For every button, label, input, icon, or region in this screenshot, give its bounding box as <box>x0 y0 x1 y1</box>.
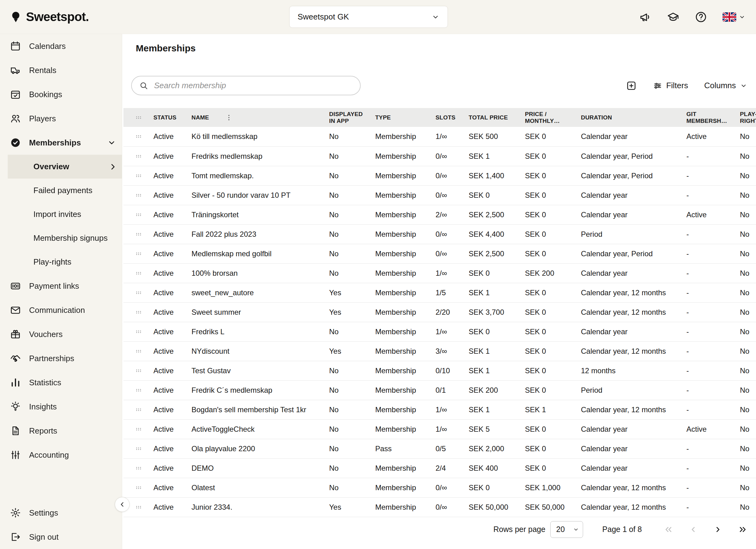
drag-handle[interactable] <box>123 303 153 322</box>
sidebar-item-reports[interactable]: Reports <box>0 419 122 443</box>
drag-handle[interactable] <box>123 224 153 244</box>
table-row[interactable]: ActiveJunior 2334.YesMembership0/∞SEK 50… <box>123 497 756 517</box>
drag-handle[interactable] <box>123 419 153 439</box>
drag-handle[interactable] <box>123 478 153 497</box>
cell-slots: 0/∞ <box>436 497 469 517</box>
brand-logo[interactable]: Sweetspot. <box>0 10 89 24</box>
table-row[interactable]: ActiveSweet summerYesMembership2/20SEK 3… <box>123 303 756 322</box>
sidebar-item-payment-links[interactable]: Payment links <box>0 274 122 298</box>
columns-button[interactable]: Columns <box>704 81 747 90</box>
sidebar-item-statistics[interactable]: Statistics <box>0 371 122 395</box>
drag-handle[interactable] <box>123 185 153 205</box>
drag-handle[interactable] <box>123 263 153 283</box>
cell-type: Membership <box>375 361 436 380</box>
drag-handle[interactable] <box>123 127 153 146</box>
sidebar-item-insights[interactable]: Insights <box>0 395 122 419</box>
drag-handle[interactable] <box>123 244 153 263</box>
table-row[interactable]: Activesweet_new_autoreYesMembership1/5SE… <box>123 283 756 303</box>
drag-handle[interactable] <box>123 341 153 361</box>
last-page-button[interactable] <box>738 525 748 534</box>
sidebar-item-settings[interactable]: Settings <box>0 501 122 525</box>
table-row[interactable]: ActiveFredrik C´s medlemskapNoMembership… <box>123 380 756 400</box>
table-row[interactable]: ActiveNYdiscountYesMembership3/∞SEK 1SEK… <box>123 341 756 361</box>
pagination-bar: Rows per page 20 Page 1 of 8 <box>122 517 756 542</box>
column-menu-icon[interactable] <box>225 113 233 122</box>
announcements-icon[interactable] <box>639 11 651 23</box>
table-row[interactable]: ActiveTest GustavNoMembership0/10SEK 1SE… <box>123 361 756 380</box>
cell-type: Membership <box>375 224 436 244</box>
sidebar-item-calendars[interactable]: Calendars <box>0 34 122 58</box>
drag-handle[interactable] <box>123 322 153 341</box>
table-row[interactable]: ActiveFredriks LNoMembership1/∞SEK 0SEK … <box>123 322 756 341</box>
sidebar-item-partnerships[interactable]: Partnerships <box>0 346 122 371</box>
drag-handle[interactable] <box>123 283 153 303</box>
table-row[interactable]: ActiveTräningskortetNoMembership2/∞SEK 2… <box>123 205 756 224</box>
cell-play-right: No <box>740 458 756 478</box>
academy-icon[interactable] <box>667 11 679 23</box>
sidebar-subitem-membership-signups[interactable]: Membership signups <box>0 226 122 250</box>
sidebar-subitem-failed-payments[interactable]: Failed payments <box>0 178 122 202</box>
sidebar-item-players[interactable]: Players <box>0 106 122 131</box>
table-row[interactable]: ActiveKö till medlemsskapNoMembership1/∞… <box>123 127 756 146</box>
table-row[interactable]: ActiveOla playvalue 2200NoPass0/5SEK 2,0… <box>123 439 756 458</box>
sidebar-item-rentals[interactable]: Rentals <box>0 58 122 82</box>
sidebar-item-sign-out[interactable]: Sign out <box>0 525 122 549</box>
sidebar-item-bookings[interactable]: Bookings <box>0 82 122 106</box>
rows-per-page-select[interactable]: 20 <box>550 521 583 538</box>
sidebar-subitem-import-invites[interactable]: Import invites <box>0 202 122 226</box>
cell-git-membership: - <box>686 497 740 517</box>
sidebar-subitem-play-rights[interactable]: Play-rights <box>0 250 122 274</box>
cell-total-price: SEK 1 <box>469 283 525 303</box>
sidebar-item-memberships[interactable]: Memberships <box>0 131 122 155</box>
drag-handle[interactable] <box>123 458 153 478</box>
table-row[interactable]: ActiveFall 2022 plus 2023NoMembership0/∞… <box>123 224 756 244</box>
sidebar-footer: SettingsSign out <box>0 501 122 549</box>
cell-slots: 1/∞ <box>436 322 469 341</box>
chevron-down-icon <box>432 13 440 21</box>
sidebar-collapse-button[interactable] <box>115 497 130 512</box>
first-page-button[interactable] <box>664 525 673 534</box>
table-row[interactable]: ActiveTomt medlemskap.NoMembership0/∞SEK… <box>123 166 756 185</box>
cell-total-price: SEK 2,500 <box>469 244 525 263</box>
table-row[interactable]: ActiveMedlemskap med golfbilNoMembership… <box>123 244 756 263</box>
table-row[interactable]: ActiveSilver - 50 rundor varav 10 PTNoMe… <box>123 185 756 205</box>
table-row[interactable]: ActiveActiveToggleCheckNoMembership1/∞SE… <box>123 419 756 439</box>
drag-handle[interactable] <box>123 146 153 166</box>
next-page-button[interactable] <box>713 525 723 534</box>
cell-price-monthly: SEK 0 <box>525 419 581 439</box>
cell-total-price: SEK 2,500 <box>469 205 525 224</box>
table-row[interactable]: ActiveDEMONoMembership2/4SEK 400SEK 0Cal… <box>123 458 756 478</box>
drag-handle[interactable] <box>123 439 153 458</box>
table-row[interactable]: ActiveOlatestNoMembership0/∞SEK 0SEK 1,0… <box>123 478 756 497</box>
table-row[interactable]: ActiveFredriks medlemskapNoMembership0/∞… <box>123 146 756 166</box>
cell-duration: Calendar year <box>581 439 686 458</box>
cell-type: Membership <box>375 205 436 224</box>
drag-handle[interactable] <box>123 400 153 419</box>
filters-button[interactable]: Filters <box>653 81 688 90</box>
sidebar-item-label: Statistics <box>29 378 61 388</box>
sidebar-item-vouchers[interactable]: Vouchers <box>0 322 122 346</box>
club-selector[interactable]: Sweetspot GK <box>289 6 448 28</box>
sidebar-subitem-overview[interactable]: Overview <box>8 155 122 178</box>
previous-page-button[interactable] <box>688 525 698 534</box>
drag-handle[interactable] <box>123 166 153 185</box>
drag-handle[interactable] <box>123 361 153 380</box>
table-row[interactable]: Active100% brorsanNoMembership1/∞SEK 0SE… <box>123 263 756 283</box>
drag-handle[interactable] <box>123 380 153 400</box>
cell-type: Membership <box>375 322 436 341</box>
search-box[interactable] <box>131 76 361 95</box>
language-selector[interactable] <box>723 12 745 22</box>
table-row[interactable]: ActiveBogdan's sell membership Test 1krN… <box>123 400 756 419</box>
help-icon[interactable] <box>695 11 707 23</box>
players-icon <box>10 113 21 124</box>
sidebar-item-accounting[interactable]: Accounting <box>0 443 122 467</box>
cell-duration: Calendar year, 12 months <box>581 497 686 517</box>
drag-handle[interactable] <box>123 205 153 224</box>
cell-name: Junior 2334. <box>191 497 329 517</box>
cell-status: Active <box>153 127 191 146</box>
cell-slots: 0/∞ <box>436 244 469 263</box>
search-input[interactable] <box>153 80 353 91</box>
add-button[interactable] <box>626 80 637 91</box>
sidebar-item-communication[interactable]: Communication <box>0 298 122 322</box>
vouchers-icon <box>10 329 21 340</box>
